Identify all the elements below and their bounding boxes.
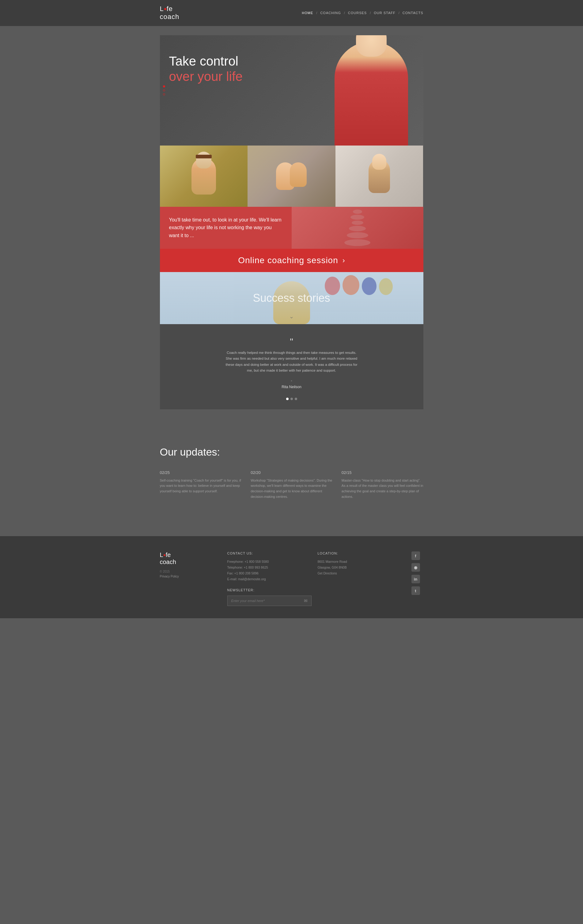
success-section: Success stories ⌄ [160, 272, 423, 324]
balloon-blue [362, 277, 377, 295]
logo-ife: fe [167, 5, 173, 13]
update-text-1: Self-coaching training "Coach for yourse… [160, 478, 242, 494]
footer-address-line2: Glasgow, G04 8N0B [318, 564, 402, 571]
update-item-2: 02/20 Workshop "Strategies of making dec… [251, 470, 332, 499]
main-content-area: You'll take time out, to look in at your… [0, 145, 583, 409]
footer-location-col: LOCATION: 8601 Marmore Road Glasgow, G04… [318, 551, 402, 606]
update-text-3: Master-class "How to stop doubting and s… [342, 478, 423, 499]
hero-title-line1: Take control [169, 54, 423, 69]
footer-logo-line2: coach [160, 558, 221, 566]
footer-address-line1: 8601 Marmore Road [318, 559, 402, 564]
social-icons-col: f ◉ in t [408, 551, 423, 606]
site-logo[interactable]: L fe coach [160, 5, 180, 21]
photo-cell-friends [160, 145, 248, 207]
updates-section: Our updates: 02/25 Self-coaching trainin… [0, 409, 583, 536]
balloons [325, 275, 393, 295]
stone-3 [352, 221, 363, 225]
twitter-icon[interactable]: t [411, 586, 420, 595]
instagram-icon[interactable]: ◉ [411, 563, 420, 572]
footer-location-title: LOCATION: [318, 551, 402, 555]
hero-text: Take control over your life [160, 35, 423, 109]
hero-title-highlight: life [226, 69, 243, 84]
nav-our-staff[interactable]: OUR STAFF [374, 11, 395, 15]
footer-logo[interactable]: L fe coach [160, 551, 221, 566]
testimonial-dot-1[interactable] [286, 398, 289, 400]
footer-privacy-link[interactable]: Privacy Policy [160, 575, 179, 578]
testimonial-section: " Coach really helped me think through t… [160, 324, 423, 409]
success-stories-title: Success stories [253, 292, 330, 305]
info-box-text: You'll take time out, to look in at your… [160, 207, 292, 249]
footer-logo-line1: L fe [160, 551, 221, 558]
nav-sep-1: / [316, 11, 317, 15]
updates-box: Our updates: 02/25 Self-coaching trainin… [160, 428, 423, 518]
stone-5 [347, 232, 368, 238]
stone-1 [353, 210, 362, 214]
newsletter-email-input[interactable] [231, 599, 301, 602]
linkedin-icon[interactable]: in [411, 575, 420, 583]
hero-box: Take control over your life [160, 35, 423, 145]
footer-directions-link[interactable]: Get Directions [318, 572, 337, 575]
footer-location-details: 8601 Marmore Road Glasgow, G04 8N0B Get … [318, 559, 402, 576]
balloon-yellow [379, 278, 393, 295]
update-date-2: 02/20 [251, 470, 332, 475]
nav-home[interactable]: HOME [302, 11, 313, 15]
updates-grid: 02/25 Self-coaching training "Coach for … [160, 470, 423, 499]
slide-dot-3[interactable] [163, 93, 165, 95]
nav-sep-3: / [370, 11, 371, 15]
testimonial-author-wrap: " Rita Neilson [169, 380, 414, 393]
newsletter-input-wrap: ✉ [227, 596, 312, 606]
info-box-stones [292, 207, 423, 249]
cta-label: Online coaching session [238, 256, 338, 265]
newsletter-title: NEWSLETTER: [227, 588, 312, 592]
main-nav: HOME / COACHING / COURSES / OUR STAFF / … [302, 11, 423, 15]
info-box: You'll take time out, to look in at your… [160, 207, 423, 249]
footer-fax: Fax: +1 800 208 5896 [227, 571, 312, 576]
photo-grid [160, 145, 423, 207]
slide-dot-1[interactable] [163, 85, 165, 87]
logo-dot [164, 8, 166, 10]
footer-freephone: Freephone: +1 800 558 5580 [227, 559, 312, 564]
footer: L fe coach © 2015 Privacy Policy CONTACT… [0, 536, 583, 618]
testimonial-text: Coach really helped me think through thi… [224, 350, 359, 374]
logo-l: L [160, 5, 164, 13]
facebook-icon[interactable]: f [411, 551, 420, 560]
footer-logo-col: L fe coach © 2015 Privacy Policy [160, 551, 221, 606]
update-item-3: 02/15 Master-class "How to stop doubting… [342, 470, 423, 499]
stone-4 [349, 226, 366, 231]
footer-inner: L fe coach © 2015 Privacy Policy CONTACT… [160, 551, 423, 606]
hero-title: Take control over your life [169, 54, 423, 84]
header: L fe coach HOME / COACHING / COURSES / O… [0, 0, 583, 26]
nav-courses[interactable]: COURSES [348, 11, 367, 15]
success-chevron-icon[interactable]: ⌄ [289, 313, 294, 320]
newsletter-submit-button[interactable]: ✉ [304, 598, 307, 603]
footer-email: E-mail: mail@demosite.org [227, 576, 312, 582]
testimonial-quote-small: " [291, 380, 292, 384]
content-box: You'll take time out, to look in at your… [160, 145, 423, 409]
logo-coach: coach [160, 13, 180, 21]
updates-title: Our updates: [160, 446, 423, 458]
nav-sep-2: / [344, 11, 345, 15]
testimonial-dot-2[interactable] [291, 398, 293, 400]
footer-contact-col: CONTACT US: Freephone: +1 800 558 5580 T… [227, 551, 312, 606]
envelope-icon: ✉ [304, 598, 307, 603]
footer-logo-dot [164, 554, 165, 556]
quote-mark-icon: " [169, 337, 414, 347]
slide-dot-2[interactable] [163, 89, 165, 91]
update-date-3: 02/15 [342, 470, 423, 475]
update-item-1: 02/25 Self-coaching training "Coach for … [160, 470, 242, 499]
slide-dots [163, 85, 165, 95]
testimonial-dots [169, 398, 414, 400]
testimonial-dot-3[interactable] [295, 398, 297, 400]
cta-bar[interactable]: Online coaching session › [160, 249, 423, 272]
footer-contact-title: CONTACT US: [227, 551, 312, 555]
newsletter-section: NEWSLETTER: ✉ [227, 588, 312, 606]
photo-cell-couple [248, 145, 335, 207]
update-text-2: Workshop "Strategies of making decisions… [251, 478, 332, 499]
nav-sep-4: / [398, 11, 400, 15]
balloon-orange [342, 275, 359, 295]
nav-coaching[interactable]: COACHING [320, 11, 341, 15]
testimonial-author: Rita Neilson [282, 385, 301, 389]
nav-contacts[interactable]: CONTACTS [403, 11, 423, 15]
photo-cell-woman [335, 145, 423, 207]
footer-copyright: © 2015 [160, 570, 221, 573]
